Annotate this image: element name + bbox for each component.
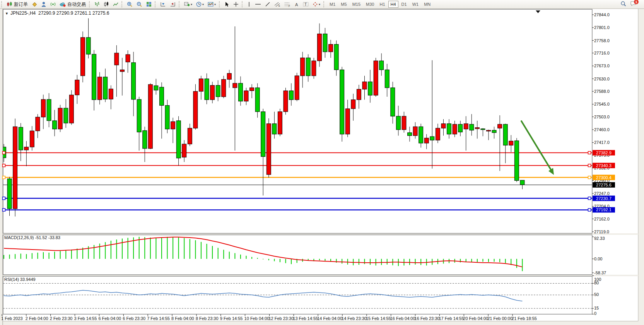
candle-chart-button[interactable]: [102, 0, 111, 9]
text-button[interactable]: A: [293, 0, 301, 9]
fibonacci-button[interactable]: F: [283, 0, 292, 9]
notifications-button[interactable]: 1: [630, 1, 636, 8]
data-window-button[interactable]: [39, 0, 48, 9]
new-order-button[interactable]: 新订单: [5, 0, 29, 9]
macd-axis-label: 92.33: [594, 236, 605, 241]
time-label: 10 Feb 04:00: [244, 316, 270, 321]
arrows-button[interactable]: ▾: [311, 0, 322, 9]
dropdown-caret-icon[interactable]: ▾: [214, 3, 216, 6]
candle: [36, 117, 40, 131]
line-handle[interactable]: [588, 197, 591, 200]
timeframe-button-m30[interactable]: M30: [364, 1, 376, 8]
candle: [216, 86, 220, 97]
bar-chart-button[interactable]: [93, 0, 101, 9]
candle: [368, 82, 372, 95]
toolbar-group: [92, 0, 120, 9]
candle: [24, 147, 29, 150]
templates-button[interactable]: ▾: [206, 0, 217, 9]
candle: [419, 127, 423, 143]
line-handle[interactable]: [3, 176, 5, 179]
zoom-out-button[interactable]: [135, 0, 144, 9]
rsi-indicator-label: RSI(14) 33.9449: [4, 277, 36, 282]
periods-button[interactable]: ▾: [195, 0, 205, 9]
line-handle[interactable]: [3, 197, 5, 200]
macd-indicator-label: MACD(12,26,9) -51.52 -33.83: [4, 235, 60, 240]
zoom-in-button[interactable]: [125, 0, 134, 9]
candle: [284, 91, 288, 112]
time-axis[interactable]: 1 Feb 20232 Feb 04:002 Feb 23:303 Feb 14…: [0, 316, 644, 322]
horizontal-line-button[interactable]: [253, 0, 263, 9]
notification-badge: 1: [634, 0, 639, 4]
candle: [171, 121, 175, 129]
candle: [441, 124, 446, 128]
time-label: 15 Feb 14:55: [366, 316, 391, 321]
candle: [80, 38, 85, 76]
auto-scroll-button[interactable]: [168, 0, 177, 9]
candle: [193, 91, 198, 128]
cursor-button[interactable]: [223, 0, 231, 9]
candle: [272, 124, 277, 134]
auto-trading-button[interactable]: 自动交易: [58, 0, 87, 9]
candle: [58, 108, 62, 129]
line-handle[interactable]: [3, 164, 5, 167]
line-handle[interactable]: [588, 209, 591, 211]
signals-button[interactable]: [49, 0, 57, 9]
symbol-dropdown-icon[interactable]: ▼: [5, 12, 9, 15]
candle: [340, 70, 344, 134]
price-axis-label: 27588.0: [594, 89, 610, 94]
dropdown-caret-icon[interactable]: ▾: [319, 3, 320, 6]
candle: [148, 84, 152, 149]
candle: [109, 89, 113, 99]
line-handle[interactable]: [588, 176, 591, 179]
toolbar-group: [158, 0, 178, 9]
trendline-button[interactable]: [263, 0, 272, 9]
magnifier-minus-icon: [137, 2, 142, 7]
line-handle[interactable]: [588, 164, 591, 167]
line-handle[interactable]: [3, 151, 5, 154]
candle: [514, 141, 519, 181]
channel-icon: E: [274, 2, 280, 7]
timeframe-button-m15[interactable]: M15: [350, 1, 363, 8]
dropdown-caret-icon[interactable]: ▾: [191, 3, 192, 6]
time-label: 8 Feb 23:30: [196, 316, 219, 321]
cloud-icon: [60, 2, 66, 7]
price-axis-label: 27630.0: [594, 77, 610, 81]
market-watch-button[interactable]: [30, 0, 39, 9]
timeframe-button-m1[interactable]: M1: [327, 1, 338, 8]
chart-title: ▼JPN225-,H4 27290.9 27290.9 27261.1 2727…: [5, 10, 109, 16]
candle: [379, 61, 384, 70]
channel-button[interactable]: E: [273, 0, 282, 9]
toolbar-group: ▾▾▾: [182, 0, 218, 9]
candle: [487, 130, 491, 131]
vertical-line-button[interactable]: [246, 0, 253, 9]
price-badge-27300.4: 27300.4: [593, 175, 615, 180]
macd-axis-label: -58.37: [594, 270, 606, 275]
timeframe-button-m5[interactable]: M5: [338, 1, 349, 8]
candle: [323, 34, 327, 52]
line-chart-button[interactable]: [111, 0, 120, 9]
label-button[interactable]: T: [301, 0, 310, 9]
line-handle[interactable]: [588, 151, 591, 154]
time-label: 2 Feb 23:30: [50, 316, 73, 321]
dropdown-caret-icon[interactable]: ▾: [202, 3, 204, 6]
chart-canvas[interactable]: 27844.027801.027758.027716.027673.027630…: [0, 0, 644, 325]
time-label: 13 Feb 14:55: [293, 316, 318, 321]
time-label: 21 Feb 18:55: [512, 316, 537, 321]
timeframe-button-d1[interactable]: D1: [399, 1, 409, 8]
timeframe-button-h1[interactable]: H1: [377, 1, 387, 8]
crosshair-button[interactable]: [232, 0, 240, 9]
new-chart-button[interactable]: ▾: [183, 0, 194, 9]
timeframe-button-w1[interactable]: W1: [410, 1, 421, 8]
time-label: 6 Feb 23:30: [123, 316, 145, 321]
toolbar-group-separator: [179, 1, 181, 7]
search-button[interactable]: [620, 1, 626, 8]
tile-windows-button[interactable]: [145, 0, 153, 9]
chart-shift-button[interactable]: [159, 0, 167, 9]
line-handle[interactable]: [3, 209, 5, 211]
time-label: 16 Feb 23:30: [415, 316, 440, 321]
candle: [447, 124, 451, 134]
add-chart-icon: [184, 2, 190, 7]
timeframe-button-mn[interactable]: MN: [422, 1, 433, 8]
timeframe-button-h4[interactable]: H4: [388, 1, 398, 8]
svg-text:A: A: [295, 2, 298, 7]
